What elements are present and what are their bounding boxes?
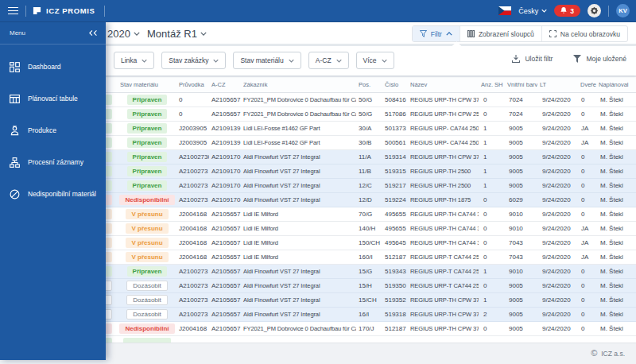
- column-header[interactable]: Název: [408, 81, 479, 88]
- columns-visibility-button[interactable]: Zobrazení sloupců: [460, 26, 541, 41]
- cell-pos: 15/H: [356, 282, 382, 289]
- cell-pruvodka: A2100273: [176, 268, 209, 275]
- table-row[interactable]: DozásobitA2100273A2105657Aldi Finowfurt …: [48, 308, 636, 322]
- table-row[interactable]: DozásobitA2100273A2105657Aldi Finowfurt …: [48, 279, 636, 293]
- cell-vnitrni-barva: 6029: [505, 196, 537, 203]
- cell-cislo: 519315: [382, 168, 408, 175]
- fullscreen-button[interactable]: Na celou obrazovku: [541, 26, 627, 41]
- cell-a-cz: A2109170: [209, 196, 241, 203]
- cell-a-cz: A2105657: [209, 239, 241, 246]
- cell-pos: 16/I: [356, 311, 382, 318]
- cell-zakaznik: Lidl LEI-Fosse #1462 GF Part: [241, 125, 356, 132]
- column-header[interactable]: Zákazník: [241, 81, 356, 88]
- table-row[interactable]: V přesunuJ2004168A2105657Lidl IE Milford…: [48, 207, 636, 222]
- cell-stav-materialu: Připraven: [118, 152, 176, 162]
- cell-lt: 9/24/2020: [537, 168, 578, 175]
- cell-naplanoval: M. Štekl: [596, 110, 636, 118]
- filter-toggle-button[interactable]: Filtr: [413, 26, 460, 41]
- settings-button[interactable]: [588, 4, 601, 17]
- chevron-down-icon: [142, 59, 147, 63]
- table-row[interactable]: NedisponibilníA2100273A2109170Aldi Finow…: [48, 193, 636, 207]
- material-status-badge: Připraven: [127, 137, 168, 148]
- table-row[interactable]: DozásobitA2100273A2105657Aldi Finowfurt …: [48, 293, 636, 308]
- table-row[interactable]: PřipravenA2100273A2105657Aldi Finowfurt …: [48, 265, 636, 279]
- czech-flag-icon: [498, 6, 511, 15]
- table-row[interactable]: PřipravenA2100273A2109170Aldi Finowfurt …: [48, 179, 636, 193]
- table-row[interactable]: Připraven0A2105657FY2021_PM Dobrovice 0 …: [48, 93, 636, 107]
- cell-naplanoval: M. Štekl: [596, 168, 636, 175]
- notifications-button[interactable]: 3: [554, 5, 580, 17]
- table-row[interactable]: V přesunuJ2004168A2105657Lidl IE Milford…: [48, 236, 636, 250]
- sidebar-item-dashboard[interactable]: Dashboard: [0, 51, 106, 83]
- filter-dropdown-v-ce[interactable]: Více: [356, 52, 394, 69]
- table-row[interactable]: V přesunuJ2004168A2105657Lidl IE Milford…: [48, 250, 636, 265]
- cell-lt: 9/24/2020: [537, 325, 578, 332]
- column-header[interactable]: LT: [537, 81, 578, 88]
- board-icon: [10, 94, 20, 104]
- filter-dropdown-linka[interactable]: Linka: [114, 52, 154, 69]
- column-header[interactable]: Průvodka: [176, 81, 209, 88]
- date-label: 2020: [107, 28, 130, 40]
- cell-lt: 9/24/2020: [537, 225, 578, 232]
- date-selector[interactable]: 2020: [107, 28, 140, 40]
- collapse-sidebar-icon[interactable]: [89, 29, 98, 37]
- cell-dvere: JA: [578, 254, 596, 261]
- save-filter-button[interactable]: Uložit filtr: [512, 55, 553, 63]
- cell-a-cz: A2109139: [209, 139, 241, 146]
- language-selector[interactable]: Česky: [518, 7, 547, 15]
- cell-stav-materialu: [118, 336, 176, 343]
- cell-stav-materialu: Připraven: [118, 109, 176, 119]
- cell-nazev: REGIUS URP-TH CA744 3750: [408, 239, 479, 246]
- filter-dropdown-stav-materi-lu[interactable]: Stav materiálu: [233, 52, 301, 69]
- app-logo[interactable]: ICZ PROMIS: [26, 6, 104, 15]
- table-row[interactable]: NedisponibilníJ2004168A2105657FY2021_PM …: [48, 322, 636, 336]
- table-row[interactable]: PřipravenA21002730A2109170Aldi Finowfurt…: [48, 150, 636, 165]
- line-selector[interactable]: Montáž R1: [147, 28, 207, 40]
- table-row[interactable]: V přesunuJ2004168A2105657Lidl IE Milford…: [48, 222, 636, 236]
- table-row[interactable]: Připraven0A2105657FY2021_PM Dobrovice 0 …: [48, 107, 636, 122]
- column-header[interactable]: Anz. SH: [479, 81, 505, 88]
- cell-anz-sh: 0: [479, 96, 505, 103]
- sidebar-item-planovaci-tabule[interactable]: Plánovací tabule: [0, 83, 106, 114]
- cell-anz-sh: 2: [479, 311, 505, 318]
- table-row[interactable]: PřipravenA2100273A2109170Aldi Finowfurt …: [48, 165, 636, 179]
- filter-dropdown-label: A-CZ: [316, 56, 332, 64]
- cell-pruvodka: J2003905: [176, 125, 209, 132]
- cell-dvere: 0: [578, 153, 596, 161]
- cell-zakaznik: FY2021_PM Dobrovice 0 Dachaufbau für Car…: [241, 96, 356, 103]
- chevron-down-icon: [336, 59, 342, 63]
- my-saved-filters-button[interactable]: Moje uložené: [573, 55, 626, 63]
- column-header[interactable]: Pos.: [356, 81, 382, 88]
- column-header[interactable]: Naplánoval: [596, 81, 636, 88]
- cell-pos: 170/J: [356, 325, 382, 332]
- cell-cislo: 495655: [382, 225, 408, 232]
- cell-lt: 9/24/2020: [537, 153, 578, 161]
- cell-vnitrni-barva: 9005: [505, 325, 537, 332]
- user-avatar[interactable]: KV: [616, 4, 630, 17]
- column-header[interactable]: A-CZ: [209, 81, 241, 88]
- sidebar-item-procesni-zaznamy[interactable]: Procesní záznamy: [0, 146, 106, 178]
- cell-pruvodka: J2004168: [176, 225, 209, 232]
- cell-a-cz: A2105657: [209, 110, 241, 118]
- cell-lt: 9/24/2020: [537, 296, 578, 304]
- cell-dvere: JA: [578, 239, 596, 246]
- cell-pruvodka: 0: [176, 96, 209, 103]
- column-header[interactable]: Vnitřní barva: [505, 81, 537, 88]
- cell-anz-sh: 0: [479, 225, 505, 232]
- cell-stav-materialu: Dozásobit: [118, 295, 176, 305]
- filter-dropdown-label: Stav materiálu: [240, 56, 283, 64]
- cell-naplanoval: M. Štekl: [596, 139, 636, 146]
- hamburger-menu-icon[interactable]: [0, 7, 25, 15]
- column-header[interactable]: Číslo: [382, 81, 408, 88]
- sidebar-item-produkce[interactable]: Produkce: [0, 114, 106, 146]
- table-row[interactable]: PřipravenJ2003905A2109139Lidl LEI-Fosse …: [48, 122, 636, 136]
- column-header[interactable]: Stav materiálu: [118, 81, 176, 88]
- sidebar-item-nedisponibilni-material[interactable]: Nedisponibilní materiál: [0, 178, 106, 210]
- column-header[interactable]: Dveře: [578, 81, 596, 88]
- cell-vnitrni-barva: 7043: [505, 254, 537, 261]
- table-row-partial[interactable]: [48, 336, 636, 343]
- filter-dropdown-stav-zak-zky[interactable]: Stav zakázky: [161, 52, 226, 69]
- table-row[interactable]: PřipravenJ2003905A2109139Lidl LEI-Fosse …: [48, 136, 636, 150]
- filter-dropdown-a-cz[interactable]: A-CZ: [308, 52, 349, 69]
- cell-nazev: REGIUS URP- CA744 2500: [408, 125, 479, 132]
